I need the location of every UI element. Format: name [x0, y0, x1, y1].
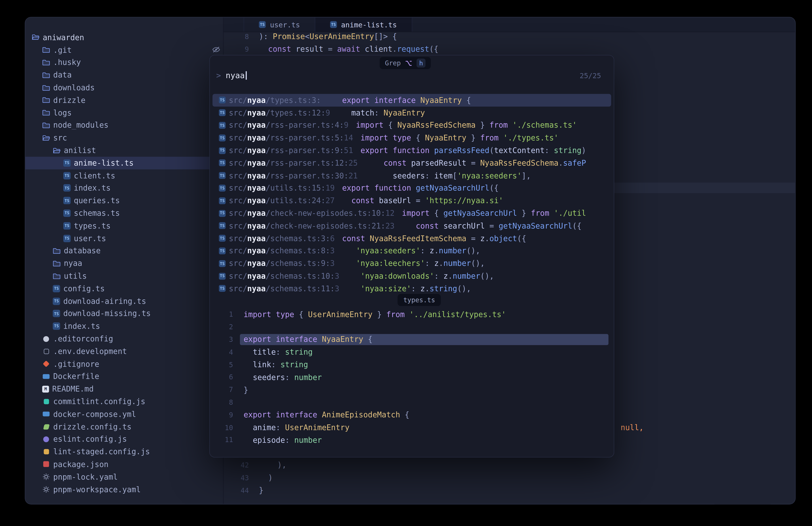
code-text: ): Promise<UserAnimeEntry[]> {	[259, 32, 397, 41]
ts-icon	[219, 185, 226, 191]
tree-item-package.json[interactable]: package.json	[25, 458, 223, 471]
tree-item-index.ts[interactable]: index.ts	[25, 182, 223, 194]
file-tree: aniwarden.git.huskydatadownloadsdrizzlel…	[25, 31, 223, 496]
grep-result-row[interactable]: src/nyaa/types.ts:3: export interface Ny…	[213, 94, 611, 106]
grep-result-row[interactable]: src/nyaa/check-new-episodes.ts:21:23 con…	[210, 219, 614, 232]
tree-item-anilist[interactable]: anilist	[25, 144, 223, 157]
line-number: 8	[223, 32, 249, 40]
ts-icon	[63, 159, 71, 167]
preview-line-10: 10 anime: UserAnimeEntry	[210, 421, 614, 434]
grep-result-row[interactable]: src/nyaa/schemas.ts:8:3 'nyaa:seeders': …	[210, 245, 614, 257]
line-number: 3	[210, 336, 233, 344]
tree-item-user.ts[interactable]: user.ts	[25, 232, 223, 245]
grep-result-row[interactable]: src/nyaa/rss-parser.ts:30:21 seeders: it…	[210, 169, 614, 182]
result-path: src/nyaa/schemas.ts:10:3	[229, 272, 339, 280]
tree-item-logs[interactable]: logs	[25, 106, 223, 119]
ts-icon	[219, 260, 226, 267]
tree-item-schemas.ts[interactable]: schemas.ts	[25, 207, 223, 219]
tree-item-label: src	[53, 133, 67, 142]
tree-item-.git[interactable]: .git	[25, 44, 223, 56]
grep-result-row[interactable]: src/nyaa/check-new-episodes.ts:10:12impo…	[210, 207, 614, 219]
line-number: 43	[223, 474, 249, 482]
tree-item-label: node_modules	[53, 121, 108, 129]
grep-result-row[interactable]: src/nyaa/schemas.ts:10:3 'nyaa:downloads…	[210, 270, 614, 282]
result-snippet: import { getNyaaSearchUrl } from './util	[402, 209, 586, 217]
code-text: seeders: number	[244, 373, 322, 381]
editor-line-9: 9 const result = await client.request({	[223, 43, 795, 55]
tree-item-config.ts[interactable]: config.ts	[25, 282, 223, 295]
tree-item-queries.ts[interactable]: queries.ts	[25, 194, 223, 207]
grep-result-row[interactable]: src/nyaa/schemas.ts:3:6const NyaaRssFeed…	[210, 232, 614, 245]
tree-item-data[interactable]: data	[25, 69, 223, 82]
ts-icon	[219, 109, 226, 116]
tree-item-nyaa[interactable]: nyaa	[25, 257, 223, 270]
tree-item-downloads[interactable]: downloads	[25, 81, 223, 94]
ts-icon	[219, 172, 226, 179]
tree-item-label: commitlint.config.js	[53, 397, 145, 406]
grep-result-row[interactable]: src/nyaa/utils.ts:24:27 const baseUrl = …	[210, 194, 614, 207]
editor-window: aniwarden.git.huskydatadownloadsdrizzlel…	[25, 17, 796, 504]
tree-item-docker-compose.yml[interactable]: docker-compose.yml	[25, 408, 223, 421]
tree-item-.husky[interactable]: .husky	[25, 56, 223, 69]
tree-item-.env.development[interactable]: .env.development	[25, 345, 223, 358]
tree-item-.gitignore[interactable]: .gitignore	[25, 357, 223, 370]
tree-item-drizzle.config.ts[interactable]: drizzle.config.ts	[25, 421, 223, 433]
tree-item-download-airing.ts[interactable]: download-airing.ts	[25, 295, 223, 308]
tree-item-.editorconfig[interactable]: .editorconfig	[25, 332, 223, 345]
eye-off-icon[interactable]	[212, 45, 220, 54]
grep-result-row[interactable]: src/nyaa/utils.ts:15:19export function g…	[210, 182, 614, 194]
line-number: 9	[223, 45, 249, 53]
tree-item-types.ts[interactable]: types.ts	[25, 219, 223, 232]
tree-item-eslint.config.js[interactable]: eslint.config.js	[25, 433, 223, 446]
tree-item-label: .git	[53, 46, 72, 54]
tree-item-Dockerfile[interactable]: Dockerfile	[25, 370, 223, 383]
tree-item-utils[interactable]: utils	[25, 270, 223, 282]
tree-item-lint-staged.config.js[interactable]: lint-staged.config.js	[25, 446, 223, 458]
tree-item-anime-list.ts[interactable]: anime-list.ts	[25, 157, 223, 169]
tree-item-label: eslint.config.js	[53, 435, 127, 443]
code-text: export interface NyaaEntry {	[244, 336, 373, 344]
tree-item-drizzle[interactable]: drizzle	[25, 94, 223, 106]
tree-item-commitlint.config.js[interactable]: commitlint.config.js	[25, 395, 223, 408]
tab-label: user.ts	[270, 20, 300, 29]
ts-icon	[219, 210, 226, 217]
tree-item-index.ts[interactable]: index.ts	[25, 320, 223, 332]
code-text: }	[244, 386, 248, 394]
tab-user.ts[interactable]: user.ts	[244, 17, 315, 32]
tree-item-node-modules[interactable]: node_modules	[25, 119, 223, 132]
tab-anime-list.ts[interactable]: anime-list.ts	[315, 17, 412, 32]
result-snippet: 'nyaa:downloads': z.number(),	[347, 272, 494, 280]
tree-item-aniwarden[interactable]: aniwarden	[25, 31, 223, 44]
grep-result-row[interactable]: src/nyaa/rss-parser.ts:12:25 const parse…	[210, 157, 614, 169]
grep-result-row[interactable]: src/nyaa/rss-parser.ts:4:9import { NyaaR…	[210, 119, 614, 132]
result-path: src/nyaa/types.ts:12:9	[229, 109, 330, 117]
grep-result-row[interactable]: src/nyaa/types.ts:12:9 match: NyaaEntry	[210, 106, 614, 119]
code-text: ),	[259, 461, 286, 469]
preview-line-11: 11 episode: number	[210, 434, 614, 446]
grep-result-row[interactable]: src/nyaa/schemas.ts:11:3 'nyaa:size': z.…	[210, 282, 614, 295]
tree-item-client.ts[interactable]: client.ts	[25, 169, 223, 182]
grep-result-row[interactable]: src/nyaa/rss-parser.ts:5:14import type {…	[210, 132, 614, 144]
grep-result-row[interactable]: src/nyaa/schemas.ts:9:3 'nyaa:leechers':…	[210, 257, 614, 270]
result-path: src/nyaa/schemas.ts:9:3	[229, 259, 335, 268]
grep-search-input[interactable]: nyaa	[226, 71, 245, 80]
preview-line-6: 6 seeders: number	[210, 371, 614, 384]
line-number: 9	[210, 411, 233, 419]
ts-icon	[219, 134, 226, 141]
tree-item-pnpm-lock.yaml[interactable]: pnpm-lock.yaml	[25, 471, 223, 483]
tree-item-pnpm-workspace.yaml[interactable]: pnpm-workspace.yaml	[25, 483, 223, 496]
code-text: import type { UserAnimeEntry } from '../…	[244, 310, 506, 319]
tree-item-README.md[interactable]: README.md	[25, 383, 223, 395]
grep-search-row[interactable]: > nyaa 25/25	[210, 68, 614, 83]
folder-open-icon	[31, 33, 40, 41]
tree-item-database[interactable]: database	[25, 245, 223, 257]
tree-item-src[interactable]: src	[25, 132, 223, 144]
result-path: src/nyaa/utils.ts:15:19	[229, 184, 335, 192]
result-path: src/nyaa/schemas.ts:3:6	[229, 234, 335, 242]
folder-open-icon	[42, 134, 50, 142]
tree-item-download-missing.ts[interactable]: download-missing.ts	[25, 308, 223, 320]
ts-icon	[63, 184, 71, 192]
grep-result-row[interactable]: src/nyaa/rss-parser.ts:9:51export functi…	[210, 144, 614, 157]
md-icon	[42, 386, 49, 393]
code-text: const result = await client.request({	[259, 45, 438, 53]
